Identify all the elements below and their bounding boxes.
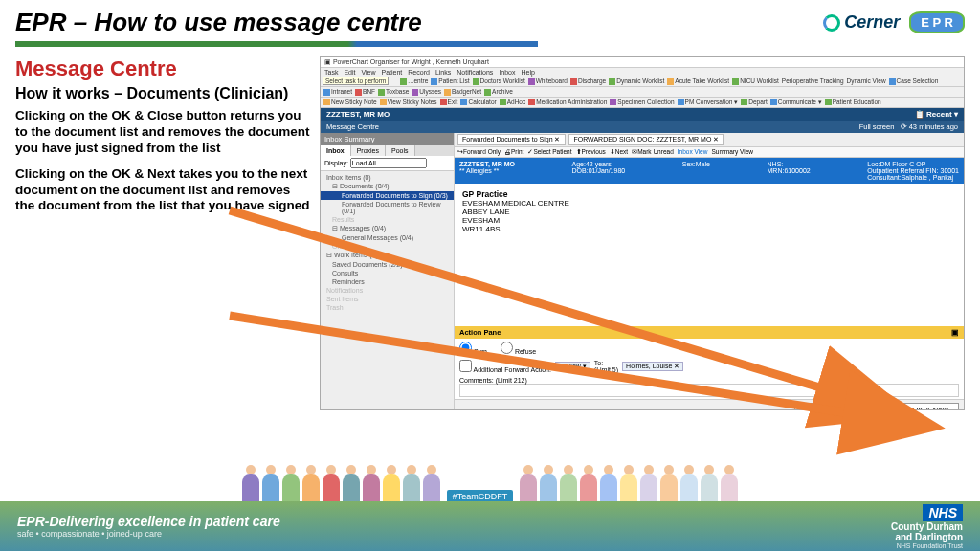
sidebar-header: Inbox Summary [321, 133, 454, 145]
content-pane: Forwarded Documents to Sign ✕ FORWARDED … [455, 133, 964, 410]
dt-print[interactable]: 🖨Print [504, 148, 523, 156]
page-title: EPR – How to use message centre [15, 8, 422, 37]
link-archive[interactable]: Archive [484, 88, 513, 96]
tb-view-sticky[interactable]: View Sticky Notes [380, 99, 437, 106]
tree-reminders[interactable]: Reminders [321, 277, 454, 286]
trust-line-1: County Durham [891, 521, 963, 532]
menu-view[interactable]: View [361, 69, 375, 76]
menu-edit[interactable]: Edit [344, 69, 355, 76]
tree-saved-docs[interactable]: Saved Documents (2/2) [321, 260, 454, 269]
tb-communicate[interactable]: Communicate ▾ [770, 99, 822, 106]
tb-calculator[interactable]: Calculator [460, 99, 496, 106]
refuse-radio[interactable]: Refuse [501, 342, 536, 355]
menu-task[interactable]: Task [324, 69, 338, 76]
link-badgernet[interactable]: BadgerNet [444, 88, 481, 96]
dt-inbox-view[interactable]: Inbox View [678, 148, 708, 156]
tb-specimen[interactable]: Specimen Collection [610, 99, 674, 106]
tree-sent[interactable]: Sent Items [321, 295, 454, 303]
link-intranet[interactable]: Intranet [323, 88, 352, 96]
recent-dropdown[interactable]: 📋 Recent ▾ [915, 110, 958, 119]
menu-patient[interactable]: Patient [382, 69, 403, 76]
tb-med-admin[interactable]: Medication Administration [528, 99, 607, 106]
ok-close-button[interactable]: OK & Close [835, 403, 897, 410]
tab-proxies[interactable]: Proxies [351, 145, 386, 156]
tb-exit[interactable]: Exit [440, 99, 458, 106]
footer-subtag: safe • compassionate • joined-up care [17, 529, 280, 539]
tree-trash[interactable]: Trash [321, 303, 454, 312]
link-bnf[interactable]: BNF [355, 88, 375, 96]
tree-results[interactable]: Results [321, 215, 454, 224]
menu-bar[interactable]: Task Edit View Patient Record Links Noti… [321, 68, 964, 77]
tree-orders[interactable]: Orders [321, 242, 454, 251]
display-label: Display: [324, 160, 348, 166]
tree-inbox-items[interactable]: Inbox Items (0) [321, 173, 454, 182]
comments-input[interactable] [459, 384, 959, 397]
ok-next-button[interactable]: OK & Next [902, 403, 959, 410]
doc-tab-2[interactable]: FORWARDED SIGN DOC: ZZZTEST, MR MO ✕ [568, 134, 724, 145]
sidebar: Inbox Summary Inbox Proxies Pools Displa… [321, 133, 455, 410]
menu-inbox[interactable]: Inbox [499, 69, 515, 76]
link-ulysses[interactable]: Ulysses [412, 88, 441, 96]
tree-messages[interactable]: ⊟ Messages (0/4) [321, 224, 454, 233]
sign-radio[interactable]: Sign [459, 342, 487, 355]
tb-entre[interactable]: …entre [400, 77, 428, 85]
explainer-column: Message Centre How it works – Documents … [15, 56, 312, 410]
dt-previous[interactable]: ⬆Previous [576, 148, 606, 156]
tree-general-msgs[interactable]: General Messages (0/4) [321, 233, 454, 242]
menu-help[interactable]: Help [522, 69, 535, 76]
doc-line-2: ABBEY LANE [462, 208, 510, 216]
menu-links[interactable]: Links [435, 69, 451, 76]
dt-next[interactable]: ⬇Next [610, 148, 628, 156]
tree-fwd-review[interactable]: Forwarded Documents to Review (0/1) [321, 200, 454, 215]
tb-new-sticky[interactable]: New Sticky Note [323, 99, 377, 106]
doc-tab-1[interactable]: Forwarded Documents to Sign ✕ [457, 134, 566, 145]
tb-acute-take[interactable]: Acute Take Worklist [667, 77, 729, 85]
tree-work-items[interactable]: ⊟ Work Items (2) [321, 251, 454, 260]
next-button[interactable]: Next [794, 403, 831, 410]
dt-mark-unread[interactable]: ✉Mark Unread [632, 148, 674, 156]
tb-pm-conv[interactable]: PM Conversation ▾ [678, 99, 739, 106]
tb-case-selection[interactable]: Case Selection [889, 77, 939, 85]
tb-whiteboard[interactable]: Whiteboard [528, 77, 568, 85]
section-subheading: How it works – Documents (Clinician) [15, 85, 312, 102]
display-select[interactable] [350, 158, 427, 168]
tb-doctors-worklist[interactable]: Doctors Worklist [473, 77, 525, 85]
tb-nicu[interactable]: NICU Worklist [732, 77, 779, 85]
fwd-checkbox[interactable]: Additional Forward Action: [459, 360, 551, 373]
dt-summary-view[interactable]: Summary View [711, 148, 753, 156]
app-main: Inbox Summary Inbox Proxies Pools Displa… [321, 133, 964, 410]
tree-consults[interactable]: Consults [321, 269, 454, 277]
tb-adhoc[interactable]: AdHoc [500, 99, 526, 106]
tb-discharge[interactable]: Discharge [570, 77, 606, 85]
fwd-action-select[interactable]: Review ▾ [555, 362, 590, 371]
tree-fwd-sign[interactable]: Forwarded Documents to Sign (0/3) [321, 191, 454, 200]
footer-band: #TeamCDDFT EPR-Delivering excellence in … [0, 476, 980, 551]
tb-depart[interactable]: Depart [741, 99, 768, 106]
forward-row: Additional Forward Action: Review ▾ To:(… [455, 358, 964, 375]
banner-mid3: NHS:MRN:6100002 [768, 161, 811, 181]
tb-dynamic-view[interactable]: Dynamic View [847, 77, 886, 85]
link-toxbase[interactable]: Toxbase [378, 88, 409, 96]
tb-patient-list[interactable]: Patient List [431, 77, 469, 85]
tb-periop[interactable]: Perioperative Tracking [782, 77, 844, 85]
tree-notifications[interactable]: Notifications [321, 286, 454, 295]
doc-line-1: EVESHAM MEDICAL CENTRE [462, 199, 569, 208]
footer-tagline: EPR-Delivering excellence in patient car… [17, 514, 280, 529]
banner-mid2: Sex:Male [682, 161, 710, 181]
banner-right: Loc:DM Floor C OPOutpatient Referral FIN… [867, 161, 959, 181]
recipient-chip[interactable]: Holmes, Louise ✕ [622, 362, 683, 371]
patient-banner: ZZZTEST, MR MO** Allergies ** Age:42 yea… [455, 158, 964, 184]
tree-documents[interactable]: ⊟ Documents (0/4) [321, 182, 454, 191]
module-status: Full screen ⟳ 43 minutes ago [859, 122, 958, 131]
inbox-tree: Inbox Items (0) ⊟ Documents (0/4) Forwar… [321, 171, 454, 314]
tb-dynamic-worklist[interactable]: Dynamic Worklist [609, 77, 664, 85]
dt-select-patient[interactable]: ✓Select Patient [527, 148, 571, 156]
footer-bar: EPR-Delivering excellence in patient car… [0, 501, 980, 551]
menu-record[interactable]: Record [408, 69, 430, 76]
patient-bar: ZZZTEST, MR MO 📋 Recent ▾ [321, 108, 964, 121]
menu-notifications[interactable]: Notifications [457, 69, 493, 76]
tb-patient-ed[interactable]: Patient Education [825, 99, 881, 106]
tab-inbox[interactable]: Inbox [321, 145, 351, 156]
dt-forward-only[interactable]: ↪Forward Only [457, 148, 501, 156]
tab-pools[interactable]: Pools [386, 145, 415, 156]
